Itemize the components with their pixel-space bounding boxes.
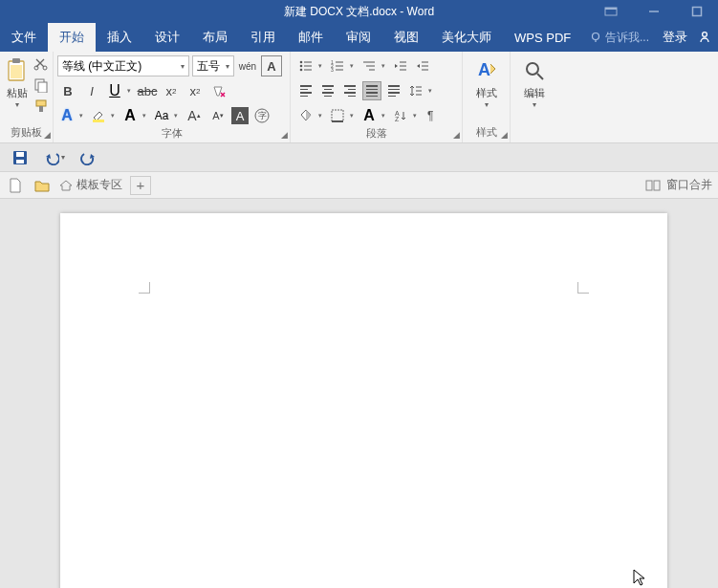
styles-button[interactable]: A 样式 ▾ — [468, 54, 505, 109]
share-button[interactable] — [695, 30, 714, 45]
change-case-button[interactable]: Aa▾ — [152, 105, 181, 126]
styles-launcher[interactable]: ◢ — [501, 130, 508, 140]
paragraph-launcher[interactable]: ◢ — [453, 130, 460, 140]
svg-point-11 — [43, 66, 47, 70]
tab-review[interactable]: 审阅 — [335, 23, 382, 52]
svg-rect-9 — [11, 65, 22, 78]
increase-indent-button[interactable] — [413, 56, 432, 76]
numbering-button[interactable]: 123▾ — [328, 55, 357, 76]
tab-view[interactable]: 视图 — [382, 23, 430, 52]
grow-font-button[interactable]: A▴ — [184, 105, 205, 126]
tab-mailings[interactable]: 邮件 — [287, 23, 335, 52]
tab-home[interactable]: 开始 — [48, 23, 96, 52]
font-group-label: 字体 — [57, 126, 286, 143]
folder-icon[interactable] — [33, 176, 52, 195]
clipboard-launcher[interactable]: ◢ — [44, 130, 51, 140]
character-border-button[interactable]: A — [261, 55, 282, 76]
minimize-button[interactable] — [632, 0, 675, 23]
bullets-button[interactable]: ▾ — [296, 55, 325, 76]
window-merge-label[interactable]: 窗口合并 — [666, 177, 712, 193]
strikethrough-button[interactable]: abc — [137, 80, 158, 101]
character-shading-button[interactable]: A — [231, 107, 249, 124]
svg-text:Z: Z — [395, 116, 400, 122]
font-launcher[interactable]: ◢ — [281, 130, 288, 140]
decrease-indent-button[interactable] — [391, 56, 410, 76]
text-effects-button[interactable]: A▾ — [57, 105, 86, 126]
italic-button[interactable]: I — [81, 80, 102, 101]
margin-mark-top-right — [577, 282, 589, 294]
sort-button[interactable]: AZ▾ — [391, 105, 420, 126]
font-size-combo[interactable]: 五号 ▾ — [192, 55, 234, 76]
tab-insert[interactable]: 插入 — [96, 23, 143, 52]
styles-label: 样式 — [476, 86, 497, 100]
redo-button[interactable] — [78, 147, 99, 168]
svg-point-6 — [703, 33, 707, 37]
lightbulb-icon — [590, 32, 601, 43]
font-color-button[interactable]: A▾ — [120, 105, 149, 126]
align-right-button[interactable] — [340, 81, 359, 100]
enclose-characters-button[interactable]: 字 — [251, 105, 272, 126]
group-paragraph: ▾ 123▾ ▾ ▾ ▾ ▾ A▾ AZ▾ ¶ 段落 — [291, 52, 463, 142]
svg-text:3: 3 — [331, 67, 334, 73]
svg-point-4 — [592, 33, 598, 40]
save-button[interactable] — [10, 147, 31, 168]
paste-button[interactable]: 粘贴 ▾ — [4, 54, 31, 109]
svg-rect-53 — [16, 160, 24, 163]
align-left-button[interactable] — [296, 81, 315, 100]
asian-layout-button[interactable]: A▾ — [359, 105, 388, 126]
align-distribute-button[interactable] — [384, 81, 403, 100]
menubar: 文件 开始 插入 设计 布局 引用 邮件 审阅 视图 美化大师 WPS PDF … — [0, 23, 718, 52]
tab-layout[interactable]: 布局 — [191, 23, 239, 52]
edit-group-label — [514, 140, 555, 142]
subscript-button[interactable]: x2 — [161, 80, 182, 101]
shading-button[interactable]: ▾ — [296, 105, 325, 126]
borders-button[interactable]: ▾ — [328, 105, 357, 126]
new-tab-button[interactable]: + — [130, 176, 151, 195]
svg-point-49 — [527, 63, 538, 75]
tab-wps-pdf[interactable]: WPS PDF — [503, 23, 582, 52]
tab-references[interactable]: 引用 — [239, 23, 287, 52]
multilevel-list-button[interactable]: ▾ — [359, 55, 388, 76]
phonetic-guide-button[interactable]: wén — [237, 55, 258, 76]
underline-button[interactable]: U▾ — [105, 80, 134, 101]
tab-design[interactable]: 设计 — [143, 23, 191, 52]
cut-button[interactable] — [33, 55, 50, 73]
svg-rect-54 — [646, 181, 652, 190]
tab-beautify[interactable]: 美化大师 — [430, 23, 503, 52]
show-paragraph-marks-button[interactable]: ¶ — [423, 106, 442, 125]
svg-point-23 — [300, 69, 303, 72]
paste-label: 粘贴 — [7, 86, 28, 100]
ribbon-display-options-icon[interactable] — [589, 0, 632, 23]
document-tabstrip: 模板专区 + 窗口合并 — [0, 172, 718, 199]
document-icon[interactable] — [6, 176, 25, 195]
clear-formatting-button[interactable] — [208, 80, 229, 101]
page[interactable] — [60, 213, 667, 588]
document-workspace[interactable] — [0, 199, 718, 588]
superscript-button[interactable]: x2 — [185, 80, 206, 101]
bold-button[interactable]: B — [57, 80, 78, 101]
window-merge-icon — [645, 180, 661, 191]
template-zone-tab[interactable]: 模板专区 — [59, 177, 122, 193]
line-spacing-button[interactable]: ▾ — [406, 80, 435, 101]
align-justify-button[interactable] — [362, 81, 381, 100]
undo-button[interactable]: ▾ — [44, 147, 65, 168]
group-edit: 编辑 ▾ — [511, 52, 558, 142]
svg-point-19 — [300, 61, 303, 64]
clipboard-group-label: 剪贴板 — [4, 125, 49, 142]
edit-button[interactable]: 编辑 ▾ — [516, 54, 553, 109]
svg-rect-8 — [12, 58, 20, 63]
paste-icon — [4, 57, 31, 84]
tab-file[interactable]: 文件 — [0, 23, 48, 52]
tell-me-search[interactable]: 告诉我... — [584, 30, 655, 46]
login-button[interactable]: 登录 — [655, 29, 695, 46]
svg-text:字: 字 — [258, 111, 267, 120]
maximize-button[interactable] — [675, 0, 718, 23]
copy-button[interactable] — [33, 76, 50, 94]
font-name-combo[interactable]: 等线 (中文正文) ▾ — [57, 55, 189, 76]
highlight-button[interactable]: ▾ — [89, 105, 118, 126]
styles-icon: A — [473, 57, 500, 84]
shrink-font-button[interactable]: A▾ — [207, 105, 228, 126]
svg-rect-52 — [16, 152, 24, 157]
format-painter-button[interactable] — [33, 98, 50, 115]
align-center-button[interactable] — [318, 81, 337, 100]
